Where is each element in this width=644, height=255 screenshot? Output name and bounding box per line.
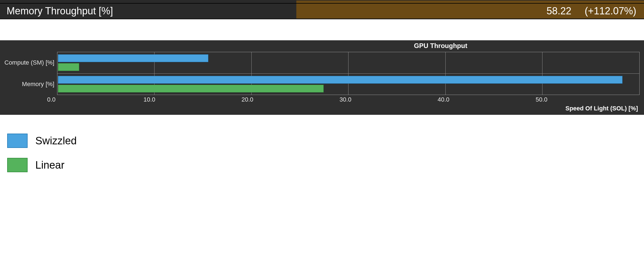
spacer (0, 115, 644, 134)
chart-title: GPU Throughput (123, 40, 644, 52)
plot-area (57, 52, 640, 95)
metric-value: 58.22 (547, 5, 571, 17)
x-tick: 0.0 (47, 96, 56, 103)
metric-row-partial (0, 1, 644, 3)
chart-body: Compute (SM) [%] Memory [%] (4, 52, 640, 95)
metric-value-cell (296, 1, 644, 3)
x-tick: 40.0 (438, 96, 449, 103)
legend-item-linear: Linear (7, 158, 644, 172)
legend-item-swizzled: Swizzled (7, 134, 644, 148)
legend-label: Linear (35, 159, 65, 171)
x-tick: 10.0 (143, 96, 155, 103)
gridline-h (57, 73, 639, 74)
spacer (0, 19, 644, 40)
x-tick: 30.0 (340, 96, 352, 103)
legend-swatch-linear (7, 158, 28, 172)
y-category-memory: Memory [%] (4, 73, 57, 95)
metric-value-cell: 58.22 (+112.07%) (296, 4, 644, 18)
metric-label: Memory Throughput [%] (0, 4, 296, 18)
x-axis: 0.0 10.0 20.0 30.0 40.0 50.0 (51, 95, 640, 104)
y-axis: Compute (SM) [%] Memory [%] (4, 52, 57, 95)
legend-swatch-swizzled (7, 134, 28, 148)
metric-delta: (+112.07%) (585, 5, 636, 17)
bar-memory-linear (58, 85, 324, 92)
legend-label: Swizzled (35, 135, 77, 147)
legend: Swizzled Linear (0, 134, 644, 172)
bar-memory-swizzled (58, 76, 622, 84)
metrics-strip: Memory Throughput [%] 58.22 (+112.07%) (0, 0, 644, 19)
bar-compute-linear (58, 63, 79, 71)
bar-compute-swizzled (58, 54, 208, 62)
gpu-throughput-chart: GPU Throughput Compute (SM) [%] Memory [… (0, 40, 644, 115)
x-tick: 50.0 (536, 96, 547, 103)
x-axis-label: Speed Of Light (SOL) [%] (4, 104, 640, 113)
metric-row-memory-throughput: Memory Throughput [%] 58.22 (+112.07%) (0, 3, 644, 19)
metric-label-cell (0, 1, 296, 3)
y-category-compute: Compute (SM) [%] (4, 52, 57, 73)
x-tick: 20.0 (241, 96, 253, 103)
